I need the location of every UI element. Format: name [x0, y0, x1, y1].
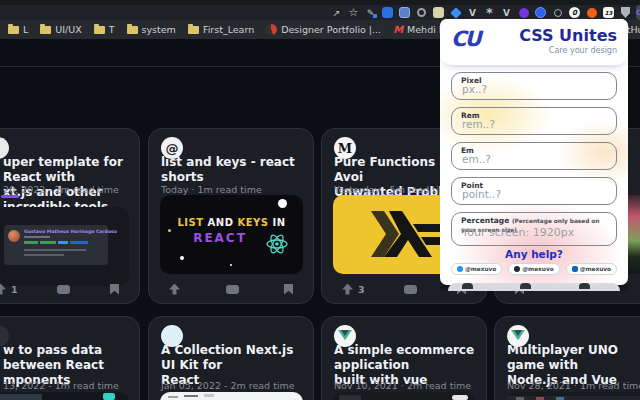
popup-header: CU CSS Unites Care your design — [440, 19, 628, 65]
upvote-button[interactable]: 3 — [342, 284, 365, 295]
css-unites-extension-icon[interactable]: CU — [636, 5, 640, 20]
bookmark-folder-t[interactable]: T — [94, 24, 115, 35]
rem-placeholder: rem..? — [462, 118, 495, 130]
swirl-extension-icon[interactable] — [534, 6, 547, 19]
widget-handle-bar — [24, 236, 50, 238]
flame-extension-icon[interactable] — [585, 6, 598, 19]
decor-dot — [168, 229, 171, 232]
thumb-fragment — [452, 395, 468, 400]
point-placeholder: point..? — [462, 188, 501, 200]
twitter-link[interactable]: @mexuvo — [451, 263, 502, 275]
article-meta: Nov 10, 2021 · 2m read time — [334, 380, 471, 391]
react-logo — [265, 233, 289, 255]
purple-extension-icon[interactable] — [517, 6, 530, 19]
shield-extension-icon[interactable] — [619, 6, 632, 19]
upvote-button[interactable]: 1 — [0, 284, 18, 295]
camera-extension-icon[interactable] — [415, 6, 428, 19]
folder-icon — [40, 26, 51, 34]
translate-extension-icon[interactable] — [398, 6, 411, 19]
popup-subtitle: Care your design — [549, 46, 617, 55]
article-meta: 13, 2022 - 1m read time — [3, 380, 119, 391]
card-actions: 1 — [0, 281, 139, 297]
pixel-input[interactable]: Pixel px..? — [451, 72, 617, 100]
bookmark-designer-portfolio[interactable]: Designer Portfolio |... — [266, 24, 381, 35]
article-card[interactable]: A Collection Next.js UI Kit for React Ja… — [148, 316, 314, 400]
pixel-placeholder: px..? — [462, 83, 487, 95]
twitter-icon — [457, 266, 463, 272]
vimium-icon[interactable]: V — [466, 6, 479, 19]
em-input[interactable]: Em em..? — [451, 142, 617, 170]
article-thumbnail[interactable] — [0, 392, 129, 400]
rem-input[interactable]: Rem rem..? — [451, 107, 617, 135]
article-meta: Today · 1m read time — [161, 184, 262, 195]
point-input[interactable]: Point point..? — [451, 177, 617, 205]
zero-extension-icon[interactable]: 0 — [568, 6, 581, 19]
tag-chip — [58, 241, 68, 244]
toolbar-icons: ↗ ☆ ✎ V * V 0 13 CU — [330, 5, 640, 20]
screenshot-pen-icon[interactable]: ✎ — [364, 6, 377, 19]
droplet-extension-icon[interactable] — [551, 6, 564, 19]
gem-extension-icon[interactable] — [449, 6, 462, 19]
decor-dot — [278, 199, 287, 208]
article-card[interactable]: uper template for React with xt.js and o… — [0, 128, 140, 304]
widget-name: Gustavo Matheus Horinaga Cardoso — [24, 229, 117, 234]
article-thumbnail[interactable]: LIST AND KEYS IN REACT — [160, 195, 303, 274]
v-extension-icon[interactable]: V — [500, 6, 513, 19]
flower-extension-icon[interactable]: * — [483, 6, 496, 19]
footer-icon-top — [462, 283, 473, 289]
thumb-fragment — [204, 394, 214, 397]
upvote-button[interactable] — [169, 284, 180, 295]
comment-button[interactable] — [404, 285, 417, 294]
footer-icon-top — [579, 283, 590, 289]
share-icon[interactable]: ↗ — [330, 6, 343, 19]
tag-indicator — [1, 195, 19, 198]
article-thumbnail[interactable]: Gustavo Matheus Horinaga Cardoso — [0, 207, 129, 286]
article-card[interactable]: @ list and keys - react shorts Today · 1… — [148, 128, 314, 304]
bookmark-folder-l[interactable]: L — [8, 24, 28, 35]
folder-icon — [8, 26, 19, 34]
blue-extension-icon[interactable] — [381, 6, 394, 19]
article-meta: Yesterday - 5m read time — [334, 184, 454, 195]
tag-chip — [70, 241, 88, 244]
linkedin-icon — [572, 266, 578, 272]
article-card[interactable]: Multiplayer UNO game with Node.js and Vu… — [494, 316, 640, 400]
em-placeholder: em..? — [462, 153, 491, 165]
thumb-fragment — [506, 392, 640, 396]
m-favicon: M — [393, 24, 403, 35]
bookmark-button[interactable] — [110, 284, 119, 295]
article-thumbnail[interactable] — [160, 392, 303, 400]
footer-icon-top — [520, 283, 531, 289]
bookmark-button[interactable] — [284, 284, 293, 295]
thumb-fragment — [339, 395, 361, 400]
article-title[interactable]: list and keys - react shorts — [161, 155, 303, 185]
popup-body: CU CSS Unites Care your design Pixel px.… — [440, 19, 628, 285]
comment-button[interactable] — [226, 285, 239, 294]
vue-logo — [338, 330, 352, 342]
badge-13-icon[interactable]: 13 — [602, 6, 615, 19]
comment-button[interactable] — [57, 285, 70, 294]
thumb-fragment — [168, 396, 178, 398]
bookmark-folder-uiux[interactable]: UI/UX — [40, 24, 81, 35]
widget-text-bar — [24, 254, 64, 256]
linkedin-link[interactable]: @mexuvo — [566, 263, 617, 275]
github-link[interactable]: @mexuvo — [508, 263, 559, 275]
bookmark-star-icon[interactable]: ☆ — [347, 6, 360, 19]
tag-chip — [24, 241, 38, 244]
article-card[interactable]: A simple ecommerce application built wit… — [321, 316, 487, 400]
article-thumbnail[interactable] — [333, 392, 476, 400]
article-thumbnail[interactable] — [506, 392, 640, 400]
notes-extension-icon[interactable] — [432, 6, 445, 19]
percentage-input[interactable]: Percentage (Percentage only based on you… — [451, 212, 617, 246]
cu-logo: CU — [451, 27, 479, 51]
article-card[interactable]: w to pass data between React mponents 13… — [0, 316, 140, 400]
bookmark-folder-firstlearn[interactable]: First_Learn — [188, 24, 254, 35]
bookmark-folder-system[interactable]: system — [127, 24, 176, 35]
css-unites-popup: CU CSS Unites Care your design Pixel px.… — [440, 19, 628, 291]
article-meta: Jan 05, 2022 - 2m read time — [161, 380, 295, 391]
folder-icon — [127, 26, 138, 34]
any-help-link[interactable]: Any help? — [440, 248, 628, 260]
github-icon — [514, 266, 520, 272]
vue-logo — [511, 330, 525, 342]
popup-footer-bar — [448, 283, 620, 291]
popup-title: CSS Unites — [519, 26, 617, 45]
